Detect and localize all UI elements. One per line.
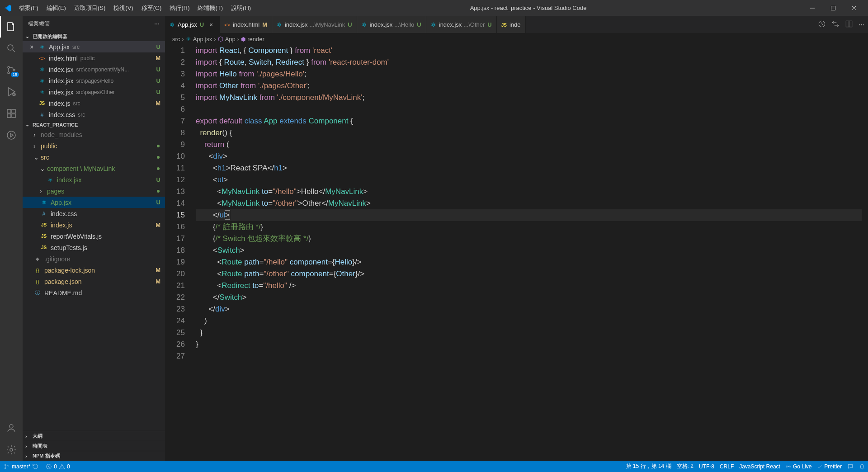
react-icon (38, 89, 46, 95)
compare-icon[interactable] (831, 20, 840, 29)
menu-item[interactable]: 檢視(V) (110, 2, 137, 14)
editor-tab[interactable]: index.jsx...\OtherU (426, 16, 497, 33)
item-name: node_modules (41, 131, 82, 138)
tabbar-actions: ⋯ (814, 16, 868, 33)
activity-explorer[interactable] (0, 16, 23, 38)
item-name: index.css (51, 210, 77, 217)
status-prettier[interactable]: Prettier (814, 463, 844, 470)
tree-file[interactable]: .gitignore (23, 253, 165, 264)
open-editor-item[interactable]: ×index.csssrc (23, 109, 165, 120)
editor-tab[interactable]: inde (497, 16, 526, 33)
menu-item[interactable]: 檔案(F) (15, 2, 42, 14)
git-badge: M (156, 222, 160, 228)
tab-status: U (487, 21, 491, 28)
status-encoding[interactable]: UTF-8 (696, 463, 717, 470)
open-editors-section[interactable]: ⌄ 已開啟的編輯器 (23, 32, 165, 41)
sidebar-section[interactable]: ›NPM 指令碼 (23, 451, 165, 461)
activity-settings[interactable] (0, 439, 23, 461)
breadcrumb-label: render (247, 36, 264, 42)
item-name: package-lock.json (44, 267, 95, 274)
file-name: index.jsx (49, 89, 73, 96)
tree-file[interactable]: package.jsonM (23, 276, 165, 287)
minimap[interactable] (862, 45, 868, 461)
status-language[interactable]: JavaScript React (736, 463, 783, 470)
close-icon[interactable]: × (208, 21, 215, 28)
titlebar: 檔案(F)編輯(E)選取項目(S)檢視(V)移至(G)執行(R)終端機(T)說明… (0, 0, 868, 16)
menu-item[interactable]: 說明(H) (227, 2, 255, 14)
tree-folder[interactable]: ›pages (23, 185, 165, 197)
editor-tab[interactable]: index.jsx...\MyNavLinkU (272, 16, 357, 33)
js-icon (40, 234, 48, 239)
status-position[interactable]: 第 15 行，第 14 欄 (623, 463, 674, 470)
activity-liveshare[interactable] (0, 124, 23, 146)
status-branch[interactable]: master* (0, 463, 42, 470)
status-errors[interactable]: 0 0 (42, 463, 73, 470)
open-editor-item[interactable]: ×index.jsxsrc\pages\OtherU (23, 86, 165, 98)
status-eol[interactable]: CRLF (717, 463, 736, 470)
js-icon (38, 101, 46, 106)
open-editor-item[interactable]: ×index.jsxsrc\component\MyN...U (23, 64, 165, 75)
activity-extensions[interactable] (0, 103, 23, 124)
json-icon (33, 268, 42, 273)
chevron-right-icon: › (25, 434, 31, 439)
tree-folder[interactable]: ›public (23, 140, 165, 151)
tree-file[interactable]: reportWebVitals.js (23, 231, 165, 242)
menu-item[interactable]: 編輯(E) (43, 2, 70, 14)
svg-rect-7 (12, 109, 15, 113)
tree-folder[interactable]: ⌄component \ MyNavLink (23, 163, 165, 174)
editor-tab[interactable]: index.htmlM (220, 16, 272, 33)
close-button[interactable] (844, 0, 864, 16)
activity-account[interactable] (0, 417, 23, 439)
tree-file[interactable]: setupTests.js (23, 242, 165, 253)
open-editor-item[interactable]: ×index.jssrcM (23, 98, 165, 109)
menu-item[interactable]: 選取項目(S) (71, 2, 109, 14)
editor-area: App.jsxU×index.htmlMindex.jsx...\MyNavLi… (165, 16, 868, 461)
editor-tab[interactable]: index.jsx...\HelloU (357, 16, 426, 33)
more-actions-icon[interactable]: ⋯ (859, 21, 864, 28)
code-content[interactable]: import React, { Component } from 'react'… (196, 45, 868, 461)
status-feedback[interactable] (844, 463, 856, 470)
code-editor[interactable]: 1234567891011121314151617181920212223242… (165, 45, 868, 461)
activity-debug[interactable] (0, 81, 23, 103)
line-numbers: 1234567891011121314151617181920212223242… (165, 45, 196, 461)
tree-file[interactable]: README.md (23, 287, 165, 298)
breadcrumb-item[interactable]: ›App.jsx (180, 36, 212, 42)
open-editor-item[interactable]: ×index.htmlpublicM (23, 52, 165, 64)
tree-folder[interactable]: ›node_modules (23, 129, 165, 140)
breadcrumb-item[interactable]: src (172, 36, 180, 42)
svg-point-19 (788, 466, 788, 467)
file-name: App.jsx (49, 43, 70, 51)
sidebar-more-icon[interactable]: ⋯ (154, 21, 160, 27)
sidebar-header: 檔案總管 ⋯ (23, 16, 165, 32)
tree-file[interactable]: App.jsxU (23, 197, 165, 208)
breadcrumb-bar[interactable]: src›App.jsx›App›render (165, 33, 868, 45)
tree-folder[interactable]: ⌄src (23, 151, 165, 163)
tree-file[interactable]: index.jsM (23, 219, 165, 231)
open-editor-item[interactable]: ×index.jsxsrc\pages\HelloU (23, 75, 165, 86)
menu-item[interactable]: 移至(G) (138, 2, 165, 14)
status-bell[interactable] (856, 463, 868, 470)
split-editor-icon[interactable] (845, 20, 853, 29)
sidebar-section[interactable]: ›時間表 (23, 441, 165, 451)
tree-file[interactable]: index.css (23, 208, 165, 219)
activity-scm[interactable]: 15 (0, 59, 23, 81)
editor-tab[interactable]: App.jsxU× (165, 16, 220, 33)
breadcrumb-item[interactable]: ›App (212, 35, 235, 42)
minimize-button[interactable] (802, 0, 823, 16)
status-golive[interactable]: Go Live (783, 463, 814, 470)
maximize-button[interactable] (823, 0, 844, 16)
activity-search[interactable] (0, 38, 23, 59)
timeline-icon[interactable] (818, 20, 826, 29)
item-name: index.js (51, 222, 72, 229)
tree-file[interactable]: index.jsxU (23, 174, 165, 185)
menu-item[interactable]: 終端機(T) (194, 2, 226, 14)
open-editor-item[interactable]: ×App.jsxsrcU (23, 41, 165, 52)
close-icon[interactable]: × (28, 43, 35, 51)
menu-item[interactable]: 執行(R) (166, 2, 193, 14)
project-section[interactable]: ⌄ REACT_PRACTICE (23, 120, 165, 129)
status-spaces[interactable]: 空格: 2 (674, 463, 696, 470)
breadcrumb-item[interactable]: ›render (236, 36, 264, 42)
tab-status: U (348, 21, 352, 28)
sidebar-section[interactable]: ›大綱 (23, 431, 165, 441)
tree-file[interactable]: package-lock.jsonM (23, 264, 165, 276)
